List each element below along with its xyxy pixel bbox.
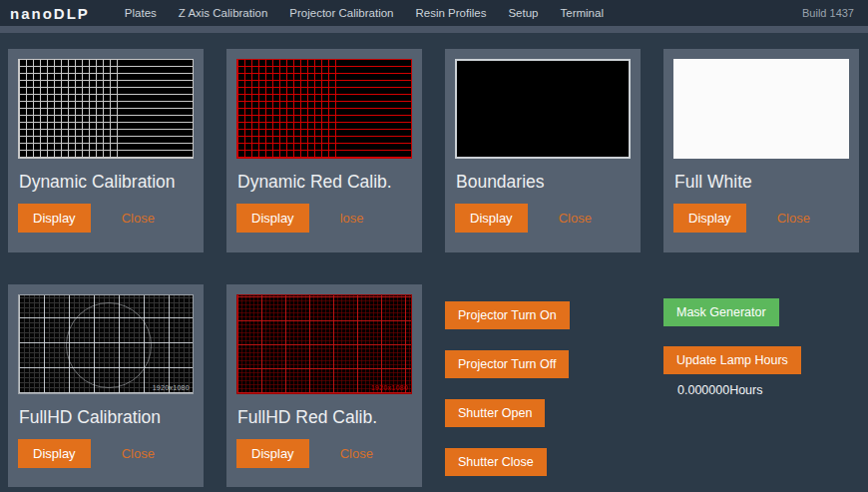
nav-item-setup[interactable]: Setup	[497, 7, 549, 19]
card-full-white: Full White Display Close	[663, 49, 859, 252]
close-link[interactable]: Close	[559, 211, 592, 226]
projector-turn-on-button[interactable]: Projector Turn On	[445, 301, 570, 329]
resolution-label: 1920x1080	[371, 384, 408, 391]
display-button[interactable]: Display	[673, 204, 746, 233]
main-nav: Plates Z Axis Calibration Projector Cali…	[114, 7, 615, 19]
header-divider	[0, 26, 868, 33]
shutter-open-button[interactable]: Shutter Open	[445, 399, 545, 427]
nav-item-projector-calibration[interactable]: Projector Calibration	[278, 7, 404, 19]
nav-item-z-axis-calibration[interactable]: Z Axis Calibration	[168, 7, 278, 19]
mask-generator-button[interactable]: Mask Generator	[663, 298, 779, 326]
display-button[interactable]: Display	[18, 439, 91, 468]
mask-lamp-controls: Mask Generator Update Lamp Hours 0.00000…	[663, 284, 859, 492]
close-link[interactable]: Close	[122, 446, 155, 461]
dynamic-calibration-thumbnail	[18, 59, 194, 159]
card-title: Dynamic Calibration	[19, 172, 194, 193]
card-dynamic-calibration: Dynamic Calibration Display Close	[8, 49, 204, 252]
card-fullhd-calibration: 1920x1080 FullHD Calibration Display Clo…	[8, 284, 204, 487]
fullhd-calibration-thumbnail: 1920x1080	[18, 294, 194, 394]
close-link[interactable]: lose	[340, 211, 364, 226]
card-title: Dynamic Red Calib.	[237, 172, 412, 193]
card-boundaries: Boundaries Display Close	[445, 49, 641, 252]
projector-controls: Projector Turn On Projector Turn Off Shu…	[445, 284, 641, 492]
build-number: Build 1437	[802, 7, 854, 19]
shutter-close-button[interactable]: Shutter Close	[445, 448, 547, 476]
fullhd-red-calibration-thumbnail: 1920x1080	[236, 294, 412, 394]
boundaries-thumbnail	[455, 59, 631, 159]
card-dynamic-red-calibration: Dynamic Red Calib. Display lose	[226, 49, 422, 252]
card-title: Full White	[674, 172, 849, 193]
display-button[interactable]: Display	[455, 204, 528, 233]
projector-calibration-page: Dynamic Calibration Display Close Dynami…	[0, 33, 868, 492]
update-lamp-hours-button[interactable]: Update Lamp Hours	[663, 346, 801, 374]
calibration-circle	[66, 302, 152, 388]
resolution-label: 1920x1080	[153, 384, 190, 391]
dynamic-red-calibration-thumbnail	[236, 59, 412, 159]
nanodlp-logo[interactable]: nanoDLP	[10, 5, 90, 22]
top-navigation-bar: nanoDLP Plates Z Axis Calibration Projec…	[0, 0, 868, 26]
display-button[interactable]: Display	[236, 204, 309, 233]
display-button[interactable]: Display	[236, 439, 309, 468]
lamp-hours-value: 0.000000Hours	[677, 383, 859, 397]
close-link[interactable]: Close	[777, 211, 810, 226]
card-fullhd-red-calibration: 1920x1080 FullHD Red Calib. Display Clos…	[226, 284, 422, 487]
full-white-thumbnail	[673, 59, 849, 159]
close-link[interactable]: Close	[340, 446, 373, 461]
card-title: FullHD Red Calib.	[237, 407, 412, 428]
card-title: Boundaries	[456, 172, 631, 193]
close-link[interactable]: Close	[122, 211, 155, 226]
nav-item-resin-profiles[interactable]: Resin Profiles	[404, 7, 497, 19]
nav-item-plates[interactable]: Plates	[114, 7, 168, 19]
card-title: FullHD Calibration	[19, 407, 194, 428]
display-button[interactable]: Display	[18, 204, 91, 233]
projector-turn-off-button[interactable]: Projector Turn Off	[445, 350, 569, 378]
nav-item-terminal[interactable]: Terminal	[550, 7, 615, 19]
